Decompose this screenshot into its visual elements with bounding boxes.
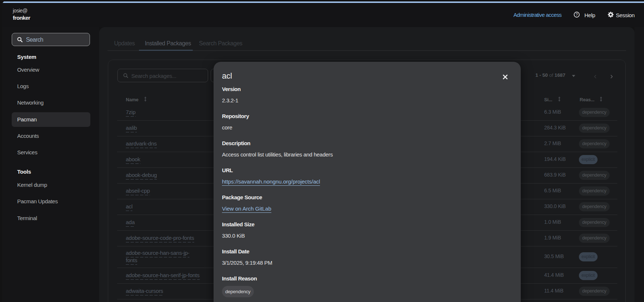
svg-text:?: ? [576,12,578,17]
